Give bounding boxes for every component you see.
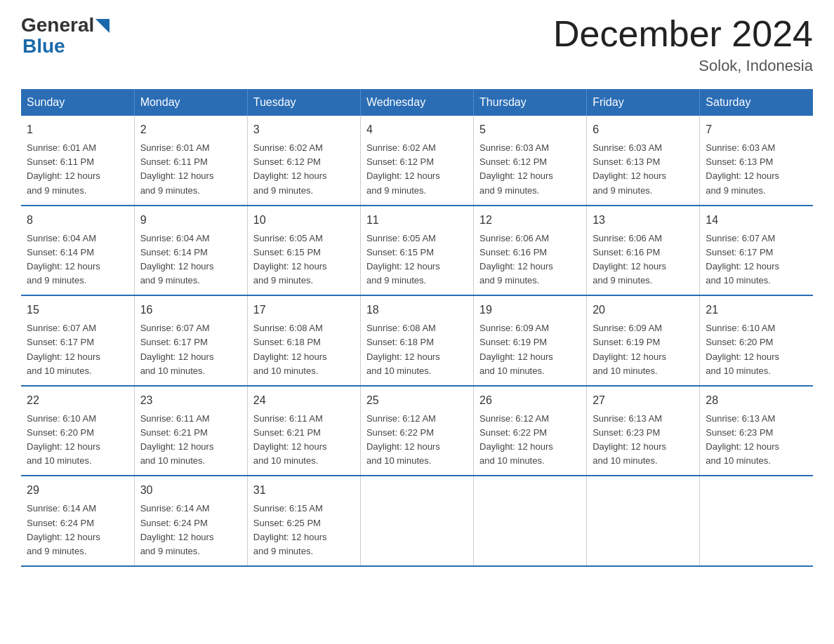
weekday-header-row: SundayMondayTuesdayWednesdayThursdayFrid…	[21, 89, 813, 116]
day-number: 5	[479, 121, 581, 138]
day-number: 12	[479, 212, 581, 229]
day-info: Sunrise: 6:07 AMSunset: 6:17 PMDaylight:…	[706, 232, 807, 288]
day-number: 1	[27, 121, 128, 138]
day-number: 30	[140, 482, 241, 499]
weekday-header-saturday: Saturday	[700, 89, 813, 116]
day-info: Sunrise: 6:12 AMSunset: 6:22 PMDaylight:…	[479, 412, 581, 469]
day-cell: 18Sunrise: 6:08 AMSunset: 6:18 PMDayligh…	[360, 295, 473, 386]
day-number: 3	[253, 121, 355, 138]
day-cell: 24Sunrise: 6:11 AMSunset: 6:21 PMDayligh…	[247, 386, 360, 476]
day-number: 29	[27, 482, 128, 499]
weekday-header-wednesday: Wednesday	[360, 89, 473, 116]
day-number: 21	[706, 302, 807, 318]
day-cell: 11Sunrise: 6:05 AMSunset: 6:15 PMDayligh…	[360, 206, 473, 296]
day-cell: 8Sunrise: 6:04 AMSunset: 6:14 PMDaylight…	[21, 206, 134, 296]
day-cell: 5Sunrise: 6:03 AMSunset: 6:12 PMDaylight…	[474, 116, 587, 206]
day-number: 4	[366, 121, 468, 138]
day-cell: 12Sunrise: 6:06 AMSunset: 6:16 PMDayligh…	[474, 206, 587, 296]
day-cell	[700, 476, 813, 566]
page-header: General Blue December 2024 Solok, Indone…	[21, 14, 813, 75]
day-cell: 16Sunrise: 6:07 AMSunset: 6:17 PMDayligh…	[134, 295, 247, 386]
day-number: 19	[479, 302, 581, 318]
day-info: Sunrise: 6:09 AMSunset: 6:19 PMDaylight:…	[593, 321, 694, 378]
day-info: Sunrise: 6:05 AMSunset: 6:15 PMDaylight:…	[253, 232, 355, 288]
day-info: Sunrise: 6:03 AMSunset: 6:12 PMDaylight:…	[479, 141, 581, 198]
day-cell	[360, 476, 473, 566]
day-info: Sunrise: 6:03 AMSunset: 6:13 PMDaylight:…	[593, 141, 694, 198]
day-number: 11	[366, 212, 468, 229]
day-info: Sunrise: 6:05 AMSunset: 6:15 PMDaylight:…	[366, 232, 468, 288]
day-info: Sunrise: 6:11 AMSunset: 6:21 PMDaylight:…	[253, 412, 355, 469]
day-info: Sunrise: 6:10 AMSunset: 6:20 PMDaylight:…	[27, 412, 128, 469]
logo-blue-text: Blue	[22, 35, 65, 57]
day-cell: 22Sunrise: 6:10 AMSunset: 6:20 PMDayligh…	[21, 386, 134, 476]
day-cell: 21Sunrise: 6:10 AMSunset: 6:20 PMDayligh…	[700, 295, 813, 386]
day-info: Sunrise: 6:06 AMSunset: 6:16 PMDaylight:…	[479, 232, 581, 288]
day-cell: 27Sunrise: 6:13 AMSunset: 6:23 PMDayligh…	[587, 386, 700, 476]
day-number: 20	[593, 302, 694, 318]
weekday-header-sunday: Sunday	[21, 89, 134, 116]
day-info: Sunrise: 6:06 AMSunset: 6:16 PMDaylight:…	[593, 232, 694, 288]
day-cell: 25Sunrise: 6:12 AMSunset: 6:22 PMDayligh…	[360, 386, 473, 476]
day-number: 9	[140, 212, 241, 229]
day-number: 23	[140, 392, 241, 409]
day-number: 22	[27, 392, 128, 409]
day-cell: 10Sunrise: 6:05 AMSunset: 6:15 PMDayligh…	[247, 206, 360, 296]
weekday-header-thursday: Thursday	[474, 89, 587, 116]
day-number: 7	[706, 121, 807, 138]
week-row-3: 15Sunrise: 6:07 AMSunset: 6:17 PMDayligh…	[21, 295, 813, 386]
logo-triangle-icon	[95, 16, 115, 36]
day-number: 14	[706, 212, 807, 229]
weekday-header-friday: Friday	[587, 89, 700, 116]
day-cell: 17Sunrise: 6:08 AMSunset: 6:18 PMDayligh…	[247, 295, 360, 386]
day-cell: 30Sunrise: 6:14 AMSunset: 6:24 PMDayligh…	[134, 476, 247, 566]
day-info: Sunrise: 6:08 AMSunset: 6:18 PMDaylight:…	[253, 321, 355, 378]
calendar-subtitle: Solok, Indonesia	[553, 57, 813, 75]
day-info: Sunrise: 6:14 AMSunset: 6:24 PMDaylight:…	[140, 502, 241, 558]
day-cell	[587, 476, 700, 566]
week-row-2: 8Sunrise: 6:04 AMSunset: 6:14 PMDaylight…	[21, 206, 813, 296]
day-cell: 6Sunrise: 6:03 AMSunset: 6:13 PMDaylight…	[587, 116, 700, 206]
day-cell: 13Sunrise: 6:06 AMSunset: 6:16 PMDayligh…	[587, 206, 700, 296]
day-cell: 1Sunrise: 6:01 AMSunset: 6:11 PMDaylight…	[21, 116, 134, 206]
day-cell: 7Sunrise: 6:03 AMSunset: 6:13 PMDaylight…	[700, 116, 813, 206]
day-info: Sunrise: 6:01 AMSunset: 6:11 PMDaylight:…	[140, 141, 241, 198]
day-cell: 2Sunrise: 6:01 AMSunset: 6:11 PMDaylight…	[134, 116, 247, 206]
day-cell: 31Sunrise: 6:15 AMSunset: 6:25 PMDayligh…	[247, 476, 360, 566]
day-number: 13	[593, 212, 694, 229]
day-number: 28	[706, 392, 807, 409]
day-cell: 14Sunrise: 6:07 AMSunset: 6:17 PMDayligh…	[700, 206, 813, 296]
day-number: 18	[366, 302, 468, 318]
day-number: 10	[253, 212, 355, 229]
day-cell: 29Sunrise: 6:14 AMSunset: 6:24 PMDayligh…	[21, 476, 134, 566]
calendar-table: SundayMondayTuesdayWednesdayThursdayFrid…	[21, 89, 813, 567]
day-info: Sunrise: 6:03 AMSunset: 6:13 PMDaylight:…	[706, 141, 807, 198]
day-info: Sunrise: 6:13 AMSunset: 6:23 PMDaylight:…	[593, 412, 694, 469]
day-cell: 4Sunrise: 6:02 AMSunset: 6:12 PMDaylight…	[360, 116, 473, 206]
calendar-title: December 2024	[553, 14, 813, 54]
day-cell: 19Sunrise: 6:09 AMSunset: 6:19 PMDayligh…	[474, 295, 587, 386]
svg-marker-0	[95, 19, 110, 33]
day-info: Sunrise: 6:15 AMSunset: 6:25 PMDaylight:…	[253, 502, 355, 558]
weekday-header-tuesday: Tuesday	[247, 89, 360, 116]
day-cell: 26Sunrise: 6:12 AMSunset: 6:22 PMDayligh…	[474, 386, 587, 476]
day-number: 24	[253, 392, 355, 409]
day-number: 26	[479, 392, 581, 409]
day-number: 17	[253, 302, 355, 318]
day-cell: 20Sunrise: 6:09 AMSunset: 6:19 PMDayligh…	[587, 295, 700, 386]
weekday-header-monday: Monday	[134, 89, 247, 116]
day-number: 25	[366, 392, 468, 409]
day-cell: 3Sunrise: 6:02 AMSunset: 6:12 PMDaylight…	[247, 116, 360, 206]
day-info: Sunrise: 6:07 AMSunset: 6:17 PMDaylight:…	[27, 321, 128, 378]
day-cell	[474, 476, 587, 566]
day-info: Sunrise: 6:09 AMSunset: 6:19 PMDaylight:…	[479, 321, 581, 378]
day-info: Sunrise: 6:04 AMSunset: 6:14 PMDaylight:…	[140, 232, 241, 288]
logo: General Blue	[21, 14, 115, 58]
day-number: 27	[593, 392, 694, 409]
day-info: Sunrise: 6:04 AMSunset: 6:14 PMDaylight:…	[27, 232, 128, 288]
day-number: 6	[593, 121, 694, 138]
day-number: 31	[253, 482, 355, 499]
day-cell: 9Sunrise: 6:04 AMSunset: 6:14 PMDaylight…	[134, 206, 247, 296]
day-info: Sunrise: 6:02 AMSunset: 6:12 PMDaylight:…	[253, 141, 355, 198]
logo-general-text: General	[21, 14, 94, 36]
